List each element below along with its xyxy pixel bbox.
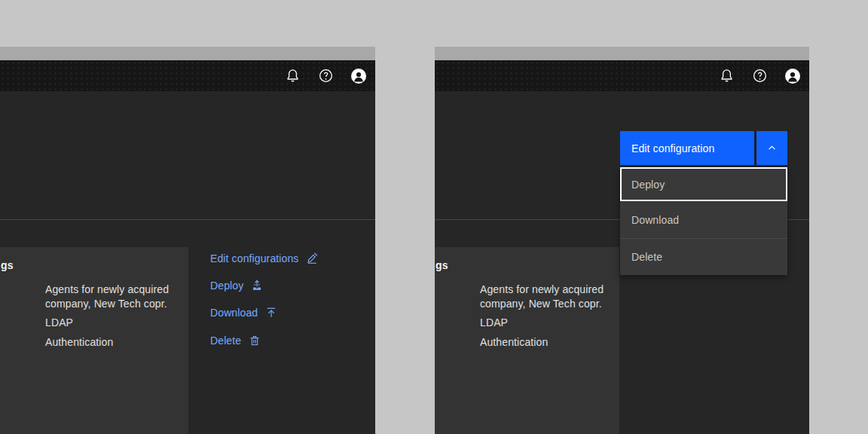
section-divider — [0, 219, 375, 220]
header-icon-group — [285, 60, 366, 91]
card-description-line2: company, New Tech copr. — [480, 298, 602, 310]
card-description: Agents for newly acquired company, New T… — [45, 283, 177, 311]
upload-arrow-icon — [265, 307, 277, 319]
card-truncated-title: gs — [1, 259, 14, 271]
deploy-link[interactable]: Deploy — [210, 278, 263, 293]
panel-combo-button: gs Agents for newly acquired company, Ne… — [435, 47, 809, 434]
header-icon-group — [719, 60, 800, 91]
delete-link-label: Delete — [210, 335, 241, 347]
user-avatar-icon[interactable] — [351, 69, 366, 84]
menu-item-download[interactable]: Download — [620, 201, 787, 238]
notification-bell-icon[interactable] — [285, 69, 300, 84]
help-icon[interactable] — [318, 69, 333, 84]
deploy-link-label: Deploy — [210, 280, 243, 292]
card-description: Agents for newly acquired company, New T… — [480, 283, 612, 311]
actions-dropdown-menu: Deploy Download Delete — [620, 167, 787, 275]
app-header — [0, 60, 375, 91]
menu-item-deploy-label: Deploy — [631, 179, 665, 191]
user-avatar-icon[interactable] — [785, 69, 800, 84]
card-description-line1: Agents for newly acquired — [480, 283, 604, 295]
edit-configuration-button[interactable]: Edit configuration — [620, 131, 754, 165]
card-truncated-title: gs — [436, 259, 448, 271]
deploy-icon — [251, 280, 263, 292]
card-description-line1: Agents for newly acquired — [45, 283, 169, 295]
edit-configurations-link-label: Edit configurations — [210, 252, 298, 264]
app-header — [435, 60, 809, 91]
menu-item-deploy[interactable]: Deploy — [620, 167, 787, 201]
delete-link[interactable]: Delete — [210, 333, 261, 348]
card-item-ldap: LDAP — [45, 316, 73, 329]
menu-item-delete[interactable]: Delete — [620, 238, 787, 275]
window-chrome-band — [0, 47, 375, 60]
window-chrome-band — [435, 47, 809, 60]
download-link[interactable]: Download — [210, 305, 277, 320]
help-icon[interactable] — [752, 69, 767, 84]
notification-bell-icon[interactable] — [719, 69, 734, 84]
trash-can-icon — [249, 335, 261, 347]
card-description-line2: company, New Tech copr. — [45, 298, 167, 310]
card-item-ldap: LDAP — [480, 316, 508, 329]
menu-item-download-label: Download — [631, 214, 679, 226]
card-item-authentication: Authentication — [480, 336, 548, 348]
chevron-up-icon — [767, 143, 777, 153]
download-link-label: Download — [210, 307, 258, 319]
panel-action-links: gs Agents for newly acquired company, Ne… — [0, 47, 375, 434]
edit-configurations-link[interactable]: Edit configurations — [210, 251, 318, 266]
card-item-authentication: Authentication — [45, 336, 113, 348]
edit-configuration-button-label: Edit configuration — [631, 142, 714, 154]
edit-pencil-icon — [306, 252, 318, 264]
combo-chevron-toggle[interactable] — [756, 131, 787, 165]
menu-item-delete-label: Delete — [631, 251, 662, 263]
